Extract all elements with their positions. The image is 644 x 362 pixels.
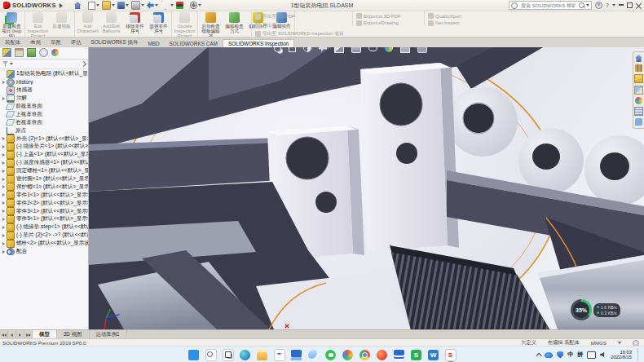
chevron-down-icon[interactable] <box>198 4 201 7</box>
quick-access-icon[interactable] <box>147 2 154 9</box>
panel-expand-icon[interactable] <box>81 61 86 67</box>
expand-arrow-icon[interactable] <box>2 161 5 165</box>
close-button[interactable] <box>636 2 642 8</box>
model-3d-view[interactable] <box>88 46 644 329</box>
filter-funnel-icon[interactable] <box>2 61 8 67</box>
tree-item[interactable]: 配合 <box>0 248 88 256</box>
expand-arrow-icon[interactable] <box>2 226 5 229</box>
status-units[interactable]: MMGS <box>591 340 607 346</box>
manager-tab-icon[interactable] <box>39 48 48 57</box>
chevron-down-icon[interactable] <box>96 4 99 7</box>
taskbar-app-icon[interactable]: W <box>428 350 439 360</box>
taskbar-app-button[interactable] <box>223 349 234 360</box>
display-tray-icon[interactable] <box>587 351 596 359</box>
tree-item[interactable]: 右视基准面 <box>0 118 88 126</box>
manager-tab-icon[interactable] <box>15 48 24 57</box>
ribbon-button[interactable]: 编辑检查方式 <box>223 11 246 37</box>
taskbar-app-button[interactable] <box>188 349 200 360</box>
ribbon-button[interactable]: Edit Inspection Project <box>26 11 50 37</box>
taskbar-clock[interactable]: 16:03 2022/8/15 <box>611 350 632 360</box>
chevron-down-icon[interactable] <box>112 4 115 7</box>
command-tab[interactable]: 草图 <box>46 38 66 47</box>
command-tab[interactable]: MBD <box>143 40 164 47</box>
ime-language-indicator[interactable]: 中 <box>567 351 573 359</box>
onedrive-icon[interactable] <box>545 352 553 358</box>
tree-item[interactable]: (-) 垫片 (2)<2> ->? (默认<<默认> <box>0 232 88 240</box>
speed-ball-overlay[interactable]: 35% 1.6 KB/s 0.3 KB/s <box>571 299 620 320</box>
export-menu-item[interactable]: Export eDrawing <box>356 20 400 26</box>
ribbon-button-icon[interactable] <box>179 12 190 23</box>
taskbar-app-icon[interactable] <box>342 350 353 360</box>
help-icon[interactable]: ? <box>606 2 609 8</box>
chevron-down-icon[interactable] <box>10 63 13 65</box>
volume-icon[interactable] <box>600 351 607 358</box>
expand-arrow-icon[interactable] <box>2 178 5 181</box>
manager-tab-icon[interactable] <box>27 48 36 57</box>
command-tab[interactable]: SOLIDWORKS CAM <box>165 40 223 47</box>
chevron-down-icon[interactable] <box>141 4 144 7</box>
memory-usage-ring[interactable]: 35% <box>571 299 592 320</box>
expand-arrow-icon[interactable] <box>2 185 5 188</box>
task-pane-icon[interactable] <box>634 107 643 116</box>
expand-arrow-icon[interactable] <box>2 242 5 245</box>
expand-arrow-icon[interactable] <box>2 201 5 205</box>
expand-arrow-icon[interactable] <box>2 234 5 237</box>
quick-access-button[interactable] <box>74 2 86 9</box>
quick-access-icon[interactable] <box>117 2 125 9</box>
ribbon-button-icon[interactable] <box>106 12 117 23</box>
show-desktop-button[interactable] <box>637 348 641 361</box>
taskbar-app-button[interactable] <box>274 349 285 360</box>
expand-arrow-icon[interactable] <box>2 210 5 213</box>
tree-item[interactable]: 原点 <box>0 126 88 135</box>
task-pane-icon[interactable] <box>635 97 642 104</box>
taskbar-app-icon[interactable]: S <box>445 349 457 361</box>
login-user-icon[interactable] <box>595 2 602 9</box>
expand-arrow-icon[interactable] <box>2 81 5 84</box>
ribbon-button-icon[interactable] <box>7 12 17 23</box>
tree-item[interactable]: 零件2<2> (默认<<默认>_显示状 <box>0 199 88 207</box>
task-pane-icon[interactable] <box>634 74 643 83</box>
taskbar-app-icon[interactable] <box>205 349 217 361</box>
chevron-down-icon[interactable] <box>155 4 158 7</box>
ribbon-button[interactable]: 新建检查项目 (imp:特) <box>0 11 25 37</box>
tree-item[interactable]: 零件1<1> (默认<<默认>_显示状态 <box>0 191 88 199</box>
manager-tab-icon[interactable] <box>2 48 11 57</box>
quick-access-button[interactable] <box>102 1 115 10</box>
tree-item[interactable]: 前视基准面 <box>0 103 88 111</box>
export-menu-item[interactable]: 导出至 Excel <box>255 22 344 29</box>
taskbar-app-icon[interactable] <box>291 350 302 360</box>
command-tab[interactable]: SOLIDWORKS Inspection <box>223 39 294 47</box>
taskbar-app-icon[interactable] <box>394 350 404 360</box>
tree-item[interactable]: 固定螺栓<1> (默认<<默认>_显示 <box>0 167 88 175</box>
expand-arrow-icon[interactable] <box>2 145 5 148</box>
task-pane-icon[interactable] <box>635 118 642 126</box>
command-tab[interactable]: 布局 <box>25 38 46 47</box>
tree-item[interactable]: (-) 绝缘垫片<1> (默认<<默认>_显 <box>0 143 88 151</box>
ribbon-button[interactable]: 移除零件序号 <box>123 11 147 37</box>
chevron-down-icon[interactable] <box>612 4 615 7</box>
taskbar-app-button[interactable]: S <box>411 349 422 360</box>
export-menu-item[interactable]: QualityXpert <box>428 13 461 19</box>
taskbar-app-icon[interactable] <box>359 350 370 360</box>
tree-item[interactable]: 传感器 <box>0 86 88 95</box>
tree-item[interactable]: 保护帽<1> (默认<<默认>_显示状 <box>0 183 88 191</box>
expand-arrow-icon[interactable] <box>2 218 5 221</box>
ribbon-button[interactable]: 选择零件序号 <box>147 11 172 37</box>
task-pane-icon[interactable] <box>635 55 642 62</box>
taskbar-app-button[interactable] <box>240 349 251 360</box>
tree-item[interactable]: 1型铠装热电阻 (默认<默认_显示状态-1> <box>0 70 88 78</box>
search-box[interactable] <box>509 1 592 10</box>
taskbar-app-button[interactable] <box>257 349 268 360</box>
expand-arrow-icon[interactable] <box>2 97 5 100</box>
tree-item[interactable]: 密封圈<1> (默认<<默认>_显示状 <box>0 175 88 183</box>
manager-tab-icon[interactable] <box>51 49 59 56</box>
quick-access-icon[interactable] <box>131 1 140 10</box>
tray-chevron-up-icon[interactable] <box>536 352 542 358</box>
taskbar-app-icon[interactable] <box>240 350 250 360</box>
ribbon-button[interactable]: 新建模板 <box>50 11 75 37</box>
taskbar-app-button[interactable] <box>291 349 302 360</box>
quick-access-icon[interactable] <box>190 2 197 9</box>
quick-access-icon[interactable] <box>102 1 111 10</box>
tree-item[interactable]: 外壳 (2)<1> (默认<<默认>_显示状 <box>0 135 88 143</box>
taskbar-app-icon[interactable] <box>325 350 336 360</box>
